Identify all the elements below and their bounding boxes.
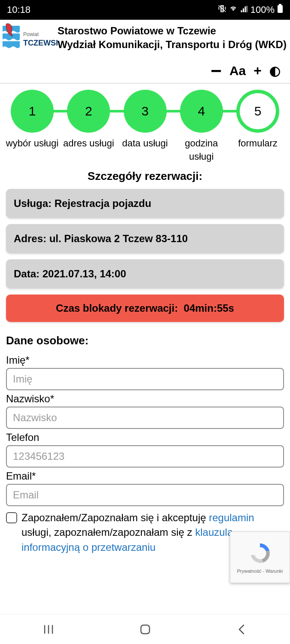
step-3[interactable]: 3 data usługi: [118, 90, 172, 164]
phone-input[interactable]: [6, 445, 284, 468]
vibrate-icon: [218, 4, 226, 15]
step-5[interactable]: 5 formularz: [231, 90, 285, 164]
service-card: Usługa: Rejestracja pojazdu: [6, 189, 284, 218]
status-time: 10:18: [7, 4, 31, 15]
address-card: Adres: ul. Piaskowa 2 Tczew 83-110: [6, 224, 284, 253]
battery-icon: [277, 4, 283, 16]
email-input[interactable]: [6, 484, 284, 506]
back-button[interactable]: [233, 621, 250, 638]
recent-apps-button[interactable]: [40, 621, 57, 638]
terms-link[interactable]: regulamin: [209, 512, 254, 523]
tczewski-logo: Powiat TCZEWSKI: [3, 22, 58, 59]
form-heading: Dane osobowe:: [6, 334, 284, 347]
page-header: Powiat TCZEWSKI Starostwo Powiatowe w Tc…: [0, 20, 290, 59]
signal-icon: [240, 4, 248, 15]
phone-label: Telefon: [6, 431, 284, 444]
details-heading: Szczegóły rezerwacji:: [0, 170, 290, 183]
reservation-timer: Czas blokady rezerwacji: 04min:55s: [6, 295, 284, 322]
header-title: Starostwo Powiatowe w Tczewie Wydział Ko…: [58, 22, 287, 52]
last-name-input[interactable]: [6, 407, 284, 429]
progress-stepper: 1 wybór usługi 2 adres usługi 3 data usł…: [0, 90, 290, 168]
datetime-card: Data: 2021.07.13, 14:00: [6, 259, 284, 289]
step-2[interactable]: 2 adres usługi: [61, 90, 116, 164]
consent-checkbox[interactable]: [6, 512, 17, 523]
svg-rect-2: [279, 4, 281, 5]
personal-data-form: Dane osobowe: Imię* Nazwisko* Telefon Em…: [0, 334, 290, 555]
home-button[interactable]: [137, 621, 154, 638]
font-size-label[interactable]: Aa: [229, 64, 246, 78]
svg-text:Powiat: Powiat: [23, 31, 39, 37]
font-decrease-button[interactable]: −: [211, 67, 222, 75]
recaptcha-footer: Prywatność - Warunki: [237, 568, 283, 574]
svg-rect-5: [141, 625, 150, 634]
email-label: Email*: [6, 470, 284, 482]
contrast-toggle-button[interactable]: ◐: [269, 63, 281, 78]
android-status-bar: 10:18 100%: [0, 0, 290, 20]
accessibility-toolbar: − Aa + ◐: [0, 59, 290, 83]
step-4[interactable]: 4 godzina usługi: [174, 90, 229, 164]
last-name-label: Nazwisko*: [6, 393, 284, 405]
first-name-input[interactable]: [6, 368, 284, 390]
svg-text:TCZEWSKI: TCZEWSKI: [23, 39, 58, 47]
battery-text: 100%: [250, 4, 275, 15]
font-increase-button[interactable]: +: [253, 63, 262, 79]
wifi-icon: [229, 4, 238, 15]
first-name-label: Imię*: [6, 354, 284, 366]
step-1[interactable]: 1 wybór usługi: [5, 90, 59, 164]
status-indicators: 100%: [218, 4, 283, 16]
recaptcha-badge[interactable]: Prywatność - Warunki: [230, 532, 290, 583]
android-nav-bar: [0, 614, 290, 644]
svg-rect-1: [278, 5, 283, 13]
divider: [0, 83, 290, 84]
